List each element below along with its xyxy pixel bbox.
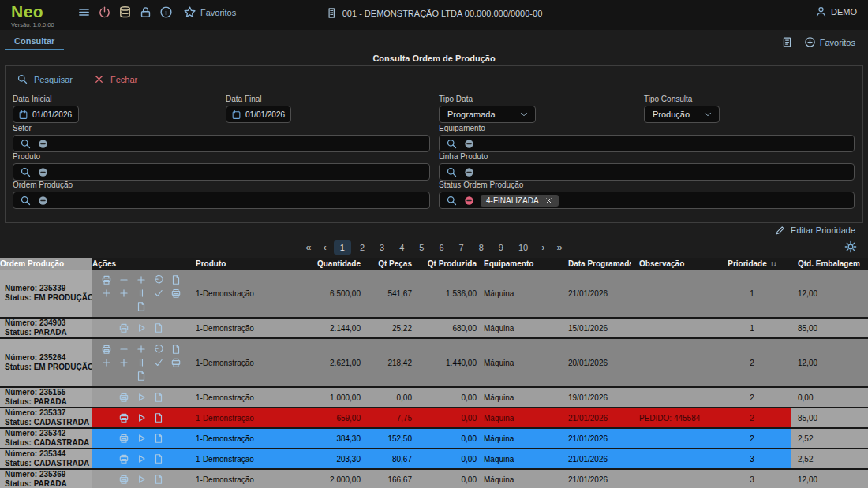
add-favorito-button[interactable]: Favoritos — [804, 36, 855, 48]
file-icon[interactable] — [153, 412, 164, 423]
printer-icon[interactable] — [118, 322, 129, 333]
printer-icon[interactable] — [101, 344, 112, 355]
status-chip[interactable]: 4-FINALIZADA — [481, 195, 559, 207]
pagination-first[interactable]: « — [301, 240, 316, 255]
printer-icon[interactable] — [118, 474, 129, 485]
pagination-page-6[interactable]: 6 — [432, 240, 450, 255]
pagination-page-2[interactable]: 2 — [354, 240, 371, 255]
pagination-last[interactable]: » — [552, 240, 567, 255]
file-icon[interactable] — [153, 474, 164, 485]
tab-consultar[interactable]: Consultar — [5, 30, 64, 50]
play-icon[interactable] — [136, 412, 147, 423]
file-icon[interactable] — [153, 322, 164, 333]
data-final-input[interactable]: 01/01/2026 — [226, 106, 291, 123]
status-ordem-producao-input[interactable]: 4-FINALIZADA — [439, 192, 855, 209]
power-icon[interactable] — [98, 6, 111, 19]
database-icon[interactable] — [118, 6, 132, 19]
circle-minus-icon[interactable] — [464, 196, 474, 206]
ordem-producao-input[interactable] — [13, 192, 430, 209]
play-icon[interactable] — [136, 392, 147, 403]
info-icon[interactable] — [159, 6, 173, 19]
tipo-consulta-select[interactable]: Produção — [644, 106, 720, 123]
pagination-page-3[interactable]: 3 — [373, 240, 391, 255]
column-header[interactable]: Observação — [631, 258, 713, 270]
neo-logo[interactable]: Neo — [11, 3, 66, 20]
pagination-page-10[interactable]: 10 — [512, 240, 534, 255]
tipo-data-select[interactable]: Programada — [439, 106, 536, 123]
table-row[interactable]: Número: 234903Status: PARADA1-Demonstraç… — [0, 319, 868, 339]
table-row[interactable]: Número: 235339Status: EM PRODUÇÃO1-Demon… — [0, 270, 868, 319]
printer-icon[interactable] — [170, 357, 181, 368]
play-icon[interactable] — [136, 322, 147, 333]
linha-produto-input[interactable] — [439, 163, 855, 181]
column-header[interactable]: Qt Produzida — [414, 258, 479, 270]
column-header[interactable]: Data Programada — [554, 258, 631, 270]
table-row[interactable]: Número: 235264Status: EM PRODUÇÃO1-Demon… — [0, 339, 868, 388]
table-row[interactable]: Número: 235342Status: CADASTRADA1-Demons… — [0, 429, 868, 449]
file-icon[interactable] — [136, 371, 147, 382]
pause-icon[interactable] — [136, 357, 147, 368]
pagination-next[interactable]: › — [537, 240, 549, 255]
undo-icon[interactable] — [153, 344, 164, 355]
column-header[interactable]: Quantidade — [312, 258, 363, 270]
printer-icon[interactable] — [118, 433, 129, 444]
table-row[interactable]: Número: 235369Status: PARADA1-Demonstraç… — [0, 470, 868, 488]
table-row[interactable]: Número: 235337Status: CADASTRADA1-Demons… — [0, 408, 868, 429]
table-row[interactable]: Número: 235344Status: CADASTRADA1-Demons… — [0, 449, 868, 470]
plus-icon[interactable] — [118, 288, 129, 299]
column-header[interactable]: Produto — [189, 258, 312, 270]
table-row[interactable]: Número: 235155Status: PARADA1-Demonstraç… — [0, 388, 868, 408]
file-icon[interactable] — [170, 344, 181, 355]
circle-minus-icon[interactable] — [38, 139, 48, 149]
plus-icon[interactable] — [136, 274, 147, 285]
favoritos-topbar-button[interactable]: Favoritos — [183, 6, 236, 19]
play-icon[interactable] — [136, 474, 147, 485]
company-selector[interactable]: 001 - DEMONSTRAÇÃO LTDA 00.000.000/0000-… — [326, 7, 543, 19]
fechar-button[interactable]: Fechar — [85, 70, 145, 88]
pagination-prev[interactable]: ‹ — [318, 240, 331, 255]
file-icon[interactable] — [153, 392, 164, 403]
pause-icon[interactable] — [136, 288, 147, 299]
user-menu[interactable]: DEMO — [815, 6, 857, 17]
file-icon[interactable] — [136, 301, 147, 312]
pagination-page-5[interactable]: 5 — [413, 240, 430, 255]
column-header[interactable]: Prioridade↑↓ — [713, 258, 791, 270]
plus-icon[interactable] — [136, 344, 147, 355]
circle-minus-icon[interactable] — [38, 196, 48, 206]
pagination-page-9[interactable]: 9 — [492, 240, 510, 255]
printer-icon[interactable] — [118, 412, 129, 423]
equipamento-input[interactable] — [439, 135, 855, 152]
produto-input[interactable] — [13, 163, 430, 181]
plus-icon[interactable] — [101, 288, 112, 299]
file-icon[interactable] — [153, 453, 164, 464]
pagination-page-7[interactable]: 7 — [453, 240, 470, 255]
pagination-page-1[interactable]: 1 — [334, 240, 351, 255]
file-icon[interactable] — [153, 433, 164, 444]
printer-icon[interactable] — [170, 288, 181, 299]
check-icon[interactable] — [153, 357, 164, 368]
printer-icon[interactable] — [118, 392, 129, 403]
pagination-page-8[interactable]: 8 — [473, 240, 490, 255]
minus-icon[interactable] — [118, 344, 129, 355]
journal-icon[interactable] — [781, 36, 793, 48]
column-header[interactable]: Qtd. Embalagem — [791, 258, 868, 270]
printer-icon[interactable] — [118, 453, 129, 464]
menu-icon[interactable] — [77, 6, 91, 19]
pagination-page-4[interactable]: 4 — [393, 240, 410, 255]
circle-minus-icon[interactable] — [464, 139, 474, 149]
play-icon[interactable] — [136, 453, 147, 464]
column-header[interactable]: Qt Peças — [363, 258, 414, 270]
sort-icon[interactable]: ↑↓ — [770, 259, 776, 268]
play-icon[interactable] — [136, 433, 147, 444]
plus-icon[interactable] — [101, 357, 112, 368]
column-header[interactable]: Ações — [92, 258, 189, 270]
plus-icon[interactable] — [118, 357, 129, 368]
printer-icon[interactable] — [101, 274, 112, 285]
circle-minus-icon[interactable] — [464, 167, 474, 177]
data-inicial-input[interactable]: 01/01/2026 — [13, 106, 79, 123]
editar-prioridade-button[interactable]: Editar Prioridade — [0, 223, 868, 237]
column-header[interactable]: Ordem Produção — [0, 258, 92, 270]
circle-minus-icon[interactable] — [38, 167, 48, 177]
check-icon[interactable] — [153, 288, 164, 299]
file-icon[interactable] — [170, 274, 181, 285]
